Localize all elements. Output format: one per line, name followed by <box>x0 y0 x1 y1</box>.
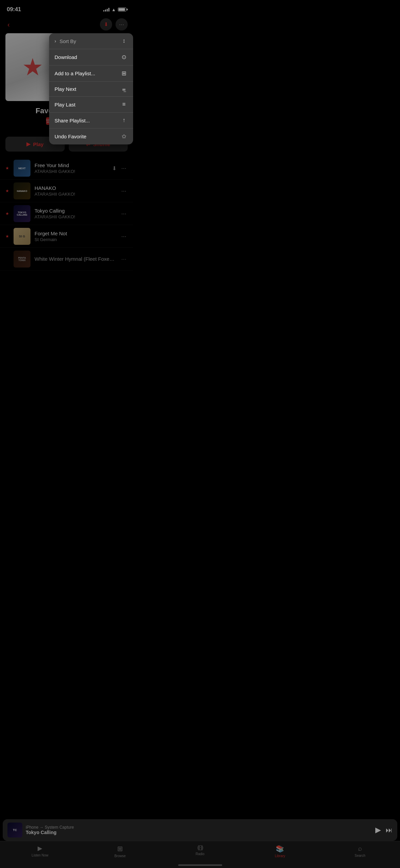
song-more-button[interactable]: ··· <box>120 209 128 219</box>
menu-item-sort-by[interactable]: › Sort By ↕ <box>49 33 133 49</box>
song-more-button[interactable]: ··· <box>120 163 128 173</box>
play-last-icon: ≡ <box>120 101 128 108</box>
song-art-3: TOKYOCALLING <box>14 205 30 222</box>
list-item: ★ HANAKO HANAKO ATARASHII GAKKO! ··· <box>0 180 133 202</box>
song-artist: St Germain <box>35 237 116 242</box>
share-playlist-label: Share Playlist... <box>55 118 90 123</box>
download-circle-icon: ⊙ <box>120 54 128 61</box>
sort-by-label: Sort By <box>60 38 76 44</box>
song-star-icon: ★ <box>5 211 9 216</box>
add-playlist-label: Add to a Playlist... <box>55 71 95 76</box>
song-title: Free Your Mind <box>35 162 108 168</box>
song-more-button[interactable]: ··· <box>120 232 128 241</box>
play-next-label: Play Next <box>55 86 76 92</box>
share-icon: ↑ <box>120 117 128 124</box>
sort-icon: ↕ <box>120 38 128 44</box>
song-title: Forget Me Not <box>35 231 116 236</box>
more-options-button[interactable]: ··· <box>115 18 128 31</box>
download-label: Download <box>55 54 77 60</box>
menu-item-share-playlist[interactable]: Share Playlist... ↑ <box>49 113 133 129</box>
status-time: 09:41 <box>7 6 21 13</box>
song-art-1: NEXT <box>14 160 30 177</box>
song-star-icon: ★ <box>5 234 9 239</box>
signal-bars-icon <box>103 7 109 12</box>
play-label: Play <box>33 141 44 147</box>
song-more-button[interactable]: ··· <box>120 254 128 264</box>
song-star-icon: ★ <box>5 166 9 171</box>
play-last-label: Play Last <box>55 102 76 107</box>
status-bar: 09:41 ▲ <box>0 0 133 17</box>
song-list: ★ NEXT Free Your Mind ATARASHII GAKKO! ⬇… <box>0 157 133 304</box>
list-item: ★ St G Forget Me Not St Germain ··· <box>0 225 133 248</box>
song-title: HANAKO <box>35 185 116 191</box>
add-playlist-icon: ⊞ <box>120 70 128 77</box>
download-icon: ⬇ <box>104 21 108 27</box>
song-star-icon: ★ <box>5 189 9 193</box>
song-artist: ATARASHII GAKKO! <box>35 169 108 174</box>
menu-item-add-playlist[interactable]: Add to a Playlist... ⊞ <box>49 65 133 82</box>
context-menu: › Sort By ↕ Download ⊙ Add to a Playlist… <box>49 33 133 144</box>
play-next-icon: ≡̲ <box>120 86 128 92</box>
chevron-right-icon: › <box>55 38 56 44</box>
menu-item-play-next[interactable]: Play Next ≡̲ <box>49 82 133 97</box>
song-art-5: PENTATONIX <box>14 251 30 268</box>
menu-item-play-last[interactable]: Play Last ≡ <box>49 97 133 113</box>
play-icon: ▶ <box>26 141 30 147</box>
song-title: Tokyo Calling <box>35 208 116 214</box>
wifi-icon: ▲ <box>111 7 116 12</box>
list-item: ★ NEXT Free Your Mind ATARASHII GAKKO! ⬇… <box>0 157 133 180</box>
dots-icon: ··· <box>119 21 124 28</box>
playlist-area: ★ › Sort By ↕ Download ⊙ Add to a Playli… <box>0 33 133 101</box>
song-more-button[interactable]: ··· <box>120 186 128 196</box>
back-button[interactable]: ‹ <box>5 19 12 31</box>
unfavorite-icon: ✩ <box>120 133 128 140</box>
list-item: ★ PENTATONIX White Winter Hymnal (Fleet … <box>0 248 133 271</box>
star-decoration: ★ <box>22 53 43 81</box>
song-download-icon: ⬇ <box>112 165 117 172</box>
undo-favorite-label: Undo Favorite <box>55 134 86 139</box>
song-artist: ATARASHII GAKKO! <box>35 192 116 197</box>
menu-item-undo-favorite[interactable]: Undo Favorite ✩ <box>49 129 133 144</box>
song-art-4: St G <box>14 228 30 245</box>
song-art-2: HANAKO <box>14 182 30 199</box>
list-item: ★ TOKYOCALLING Tokyo Calling ATARASHII G… <box>0 202 133 225</box>
song-title: White Winter Hymnal (Fleet Foxes Cover) <box>35 256 116 262</box>
status-icons: ▲ <box>103 7 126 12</box>
header: ‹ ⬇ ··· <box>0 17 133 33</box>
download-button[interactable]: ⬇ <box>100 18 112 31</box>
battery-icon <box>118 7 126 12</box>
song-artist: ATARASHII GAKKO! <box>35 214 116 219</box>
menu-item-download[interactable]: Download ⊙ <box>49 49 133 65</box>
